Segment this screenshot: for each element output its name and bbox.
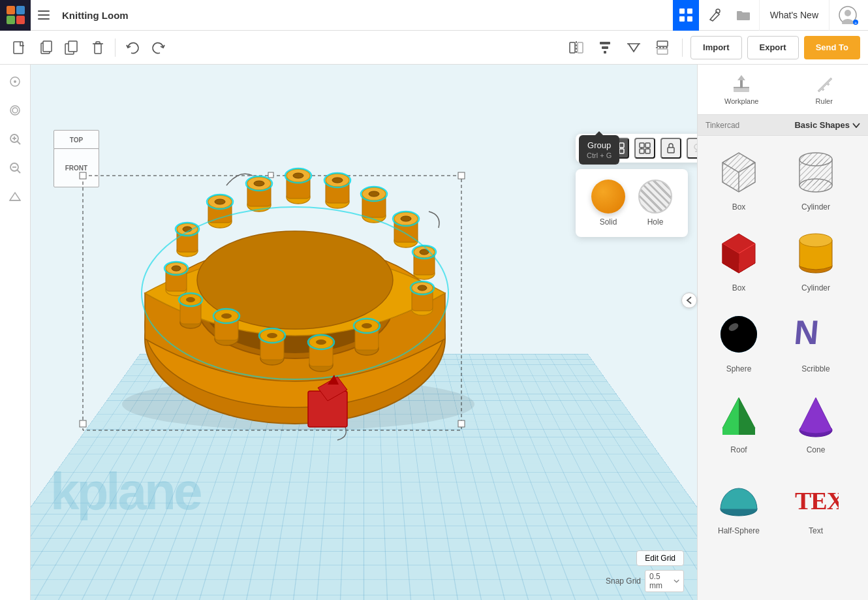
- shape-preview-box-red: [713, 227, 765, 279]
- right-panel: Workplane Ruler Tinkercad Basic Shapes: [697, 65, 868, 600]
- perspective-button[interactable]: [3, 185, 27, 208]
- flip-button[interactable]: [622, 36, 645, 59]
- shape-cone[interactable]: Cone: [780, 384, 852, 460]
- svg-rect-49: [268, 172, 273, 178]
- export-button[interactable]: Export: [747, 36, 799, 59]
- svg-rect-46: [458, 172, 465, 179]
- ungroup-button[interactable]: [634, 138, 655, 159]
- svg-point-165: [799, 234, 832, 247]
- svg-line-38: [18, 142, 21, 145]
- shape-label-scribble: Scribble: [801, 364, 829, 373]
- align-button[interactable]: [593, 36, 617, 59]
- nav-grid-icon[interactable]: [673, 0, 699, 31]
- shape-label-cylinder-gray: Cylinder: [801, 202, 830, 212]
- shape-half-sphere[interactable]: Half-Sphere: [703, 465, 775, 541]
- svg-point-80: [401, 216, 411, 221]
- mirror-x-button[interactable]: [651, 36, 674, 59]
- home-button[interactable]: [3, 70, 27, 93]
- solid-hole-panel: Solid Hole: [576, 169, 688, 237]
- import-button[interactable]: Import: [690, 36, 741, 59]
- shape-roof[interactable]: Roof: [703, 384, 775, 460]
- shape-text[interactable]: TEXT Text: [780, 465, 852, 541]
- svg-marker-172: [722, 398, 739, 435]
- svg-rect-2: [38, 18, 50, 20]
- toolbar-right: Import Export Send To: [565, 36, 860, 59]
- hole-label: Hole: [647, 217, 664, 227]
- shape-cylinder-gray[interactable]: Cylinder: [780, 141, 852, 217]
- svg-rect-30: [657, 49, 668, 54]
- zoom-in-button[interactable]: [3, 127, 27, 151]
- snap-grid-label: Snap Grid: [606, 576, 641, 586]
- edit-grid-button[interactable]: Edit Grid: [636, 550, 684, 566]
- zoom-out-button[interactable]: [3, 156, 27, 180]
- svg-rect-1: [38, 14, 50, 16]
- svg-point-100: [221, 313, 232, 319]
- shape-preview-scribble: N: [790, 308, 842, 360]
- nav-build-icon[interactable]: [702, 0, 728, 31]
- fit-view-button[interactable]: [3, 99, 27, 122]
- svg-rect-4: [687, 8, 692, 14]
- svg-rect-25: [602, 46, 608, 49]
- svg-rect-142: [640, 149, 644, 153]
- svg-rect-17: [69, 41, 77, 52]
- nav-folder-icon[interactable]: [730, 0, 756, 31]
- svg-rect-18: [95, 44, 101, 54]
- section-dropdown[interactable]: Basic Shapes: [794, 120, 860, 130]
- shape-box-gray[interactable]: Box: [703, 141, 775, 217]
- svg-rect-139: [619, 149, 624, 153]
- ruler-label: Ruler: [816, 97, 833, 105]
- workplane-button[interactable]: Workplane: [703, 70, 781, 109]
- svg-point-32: [14, 80, 16, 83]
- shape-box-red[interactable]: Box: [703, 222, 775, 298]
- hole-circle: [638, 180, 672, 213]
- shapes-grid: Box: [698, 136, 868, 546]
- svg-rect-137: [619, 143, 624, 148]
- svg-rect-6: [687, 16, 692, 22]
- solid-label: Solid: [600, 217, 617, 227]
- section-title: Tinkercad: [705, 121, 739, 130]
- svg-text:+: +: [854, 20, 858, 25]
- delete-button[interactable]: [86, 36, 110, 59]
- sendto-button[interactable]: Send To: [804, 36, 860, 59]
- svg-point-104: [267, 333, 277, 338]
- solid-option[interactable]: Solid: [591, 180, 625, 227]
- shape-cylinder-orange[interactable]: Cylinder: [780, 222, 852, 298]
- svg-rect-15: [43, 41, 52, 52]
- whats-new-button[interactable]: What's New: [759, 0, 829, 31]
- group-tooltip: Group Ctrl + G: [579, 135, 619, 165]
- svg-rect-48: [458, 420, 465, 427]
- svg-rect-45: [80, 172, 86, 179]
- shape-preview-cone: [790, 389, 842, 441]
- snap-value: 0.5 mm: [649, 572, 674, 590]
- svg-rect-3: [679, 8, 685, 14]
- solid-circle: [591, 180, 625, 213]
- svg-point-72: [332, 178, 343, 183]
- main-toolbar: Import Export Send To: [0, 31, 868, 65]
- svg-point-116: [186, 297, 195, 302]
- viewport[interactable]: kplane TOP FRONT: [31, 65, 697, 600]
- snap-grid-input[interactable]: 0.5 mm: [645, 570, 684, 592]
- svg-rect-5: [679, 16, 685, 22]
- user-avatar[interactable]: +: [832, 0, 863, 31]
- hole-option[interactable]: Hole: [638, 180, 672, 227]
- app-logo[interactable]: [0, 0, 31, 31]
- svg-point-60: [215, 199, 225, 204]
- undo-button[interactable]: [121, 36, 144, 59]
- svg-rect-47: [80, 420, 86, 427]
- copy-button[interactable]: [34, 36, 57, 59]
- menu-icon[interactable]: [33, 5, 54, 25]
- ruler-button[interactable]: Ruler: [786, 70, 863, 109]
- lock-button[interactable]: [660, 138, 681, 159]
- new-button[interactable]: [8, 36, 31, 59]
- shape-sphere[interactable]: Sphere: [703, 303, 775, 379]
- svg-rect-28: [657, 41, 668, 46]
- scroll-arrow[interactable]: [681, 292, 697, 308]
- redo-button[interactable]: [147, 36, 170, 59]
- bottom-controls: Edit Grid Snap Grid 0.5 mm: [606, 550, 684, 592]
- svg-point-96: [172, 266, 181, 271]
- duplicate-button[interactable]: [60, 36, 84, 59]
- shape-scribble[interactable]: N Scribble: [780, 303, 852, 379]
- svg-text:N: N: [793, 313, 820, 351]
- mirror-y-button[interactable]: [565, 36, 588, 59]
- light-button[interactable]: [687, 138, 697, 159]
